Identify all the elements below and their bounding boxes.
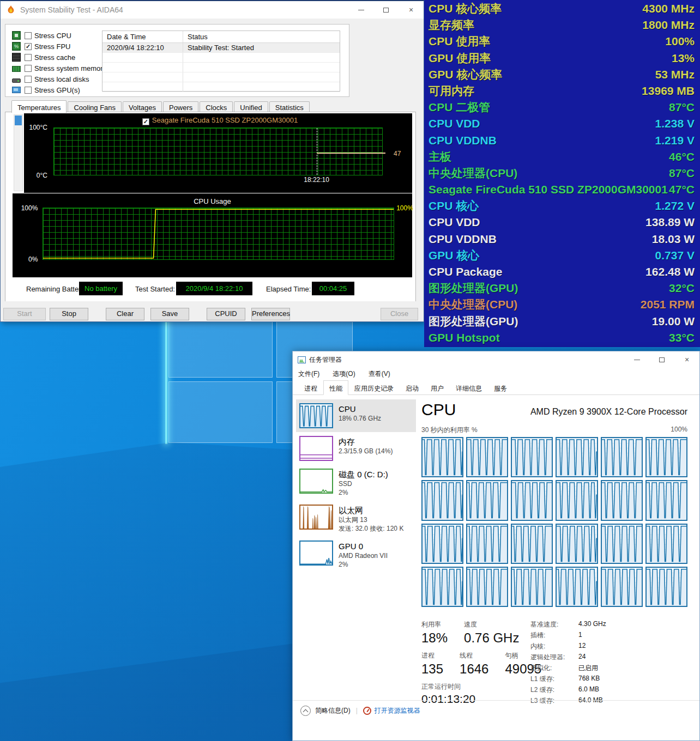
checkbox[interactable] bbox=[25, 76, 32, 83]
core-usage-cell bbox=[645, 480, 687, 520]
cpu-stats-right: 基准速度:4.30 GHz插槽:1内核:12逻辑处理器:24虚拟化:已启用L1 … bbox=[530, 620, 606, 711]
sensor-value: 162.48 W bbox=[645, 266, 695, 277]
log-cell-datetime bbox=[102, 53, 183, 62]
usage-right-label: 100% bbox=[396, 204, 413, 212]
core-usage-cell bbox=[556, 567, 598, 607]
legend-label: Seagate FireCuda 510 SSD ZP2000GM30001 bbox=[152, 116, 298, 124]
stat-label: 利用率 bbox=[421, 620, 448, 629]
sidebar-item-text: 内存2.3/15.9 GB (14%) bbox=[339, 436, 393, 461]
sensor-row: 图形处理器(GPU)32°C bbox=[429, 282, 695, 294]
sensor-label: 主板 bbox=[429, 151, 451, 162]
sidebar-item-mem[interactable]: 内存2.3/15.9 GB (14%) bbox=[296, 432, 416, 465]
checkbox[interactable] bbox=[25, 32, 32, 39]
sensor-row: 主板46°C bbox=[429, 151, 695, 162]
close-icon[interactable]: × bbox=[399, 1, 424, 19]
sensor-label: 显存频率 bbox=[429, 19, 474, 31]
sensor-row: CPU 核心频率4300 MHz bbox=[429, 3, 695, 14]
temp-plot-area: 100°C 0°C 47 18:22:10 bbox=[53, 127, 383, 175]
sidebar-item-gpu[interactable]: GPU 0AMD Radeon VII2% bbox=[296, 537, 416, 573]
resource-monitor-icon[interactable] bbox=[363, 707, 371, 715]
tm-tab-6[interactable]: 服务 bbox=[488, 380, 513, 394]
checkbox[interactable] bbox=[25, 65, 32, 72]
sensor-value: 19.00 W bbox=[652, 315, 695, 327]
minimize-icon[interactable] bbox=[624, 351, 649, 368]
aida64-titlebar: System Stability Test - AIDA64 × bbox=[1, 1, 424, 19]
graph-scrollbar[interactable] bbox=[14, 114, 23, 191]
stress-option-gpu[interactable]: Stress GPU(s) bbox=[12, 84, 106, 95]
gpu-thumbnail-graph bbox=[299, 540, 333, 566]
checkbox[interactable]: ✓ bbox=[25, 43, 32, 50]
scrollbar-thumb[interactable] bbox=[15, 116, 22, 125]
collapse-details-icon[interactable] bbox=[300, 706, 311, 716]
sensor-row: CPU VDD1.238 V bbox=[429, 118, 695, 129]
window-title: System Stability Test - AIDA64 bbox=[20, 5, 348, 14]
core-usage-cell bbox=[601, 437, 643, 477]
stat-label: 逻辑处理器: bbox=[530, 653, 578, 664]
summary-toggle[interactable]: 简略信息(D) bbox=[315, 706, 351, 715]
tm-tab-2[interactable]: 应用历史记录 bbox=[348, 380, 400, 394]
checkbox[interactable] bbox=[25, 87, 32, 94]
sidebar-item-cpu[interactable]: CPU18% 0.76 GHz bbox=[296, 399, 416, 432]
menu-2[interactable]: 查看(V) bbox=[369, 369, 390, 379]
stat-row-3: 逻辑处理器:24 bbox=[530, 653, 606, 664]
tm-tab-5[interactable]: 详细信息 bbox=[450, 380, 488, 394]
preferences-button[interactable]: Preferences bbox=[251, 308, 290, 320]
stress-option-memory[interactable]: Stress system memory bbox=[12, 63, 106, 74]
tm-tab-4[interactable]: 用户 bbox=[425, 380, 450, 394]
core-usage-cell bbox=[601, 524, 643, 564]
clear-button[interactable]: Clear bbox=[106, 308, 144, 320]
stop-button[interactable]: Stop bbox=[50, 308, 88, 320]
processor-name: AMD Ryzen 9 3900X 12-Core Processor bbox=[530, 407, 687, 419]
log-cell-status bbox=[183, 53, 188, 62]
sensor-row: 中央处理器(CPU)2051 RPM bbox=[429, 299, 695, 310]
stat-label: L1 缓存: bbox=[530, 675, 578, 685]
stress-option-label: Stress FPU bbox=[34, 42, 70, 51]
log-cell-status bbox=[183, 82, 188, 92]
maximize-icon[interactable] bbox=[649, 351, 674, 368]
maximize-icon[interactable] bbox=[373, 1, 399, 19]
task-manager-icon bbox=[298, 356, 306, 363]
sensor-label: CPU 二极管 bbox=[429, 101, 490, 113]
tab-temperatures[interactable]: Temperatures bbox=[11, 100, 67, 113]
resource-monitor-link[interactable]: 打开资源监视器 bbox=[375, 706, 420, 715]
stat-label: 虚拟化: bbox=[530, 664, 578, 675]
sensor-label: 可用内存 bbox=[429, 85, 474, 96]
tm-tab-0[interactable]: 进程 bbox=[298, 380, 323, 394]
minimize-icon[interactable] bbox=[348, 1, 373, 19]
memory-icon bbox=[12, 66, 21, 72]
temperature-chart: ✓Seagate FireCuda 510 SSD ZP2000GM30001 … bbox=[24, 113, 412, 193]
log-row[interactable]: 2020/9/4 18:22:10Stability Test: Started bbox=[102, 43, 340, 53]
sidebar-item-eth[interactable]: 以太网以太网 13发送: 32.0 接收: 120 K bbox=[296, 501, 416, 537]
core-usage-cell bbox=[601, 480, 643, 520]
sensor-label: CPU VDDNB bbox=[429, 233, 497, 245]
stat-速度: 速度0.76 GHz bbox=[464, 620, 519, 646]
sensor-value: 32°C bbox=[669, 282, 695, 294]
menu-1[interactable]: 选项(O) bbox=[333, 369, 355, 379]
legend-checkbox[interactable]: ✓ bbox=[142, 118, 149, 125]
cpuid-button[interactable]: CPUID bbox=[207, 308, 245, 320]
log-cell-status bbox=[183, 63, 188, 72]
tm-tab-3[interactable]: 启动 bbox=[400, 380, 425, 394]
sensor-row: CPU 二极管87°C bbox=[429, 101, 695, 113]
sidebar-item-disk[interactable]: 磁盘 0 (C: D:)SSD2% bbox=[296, 465, 416, 501]
usage-line-series bbox=[43, 208, 394, 259]
sidebar-item-text: 磁盘 0 (C: D:)SSD2% bbox=[339, 469, 388, 497]
axis-label: 30 秒内的利用率 % bbox=[421, 426, 478, 435]
stress-option-cache[interactable]: Stress cache bbox=[12, 52, 106, 63]
stats-row: 利用率18%速度0.76 GHz bbox=[421, 620, 530, 646]
log-row-empty bbox=[102, 82, 340, 92]
sensor-label: GPU 核心频率 bbox=[429, 69, 502, 80]
save-button[interactable]: Save bbox=[150, 308, 189, 320]
log-col-datetime: Date & Time bbox=[102, 31, 183, 42]
sensor-row: CPU Package162.48 W bbox=[429, 266, 695, 277]
stress-option-disk[interactable]: Stress local disks bbox=[12, 74, 106, 84]
close-icon[interactable]: × bbox=[674, 351, 699, 368]
tm-tab-1[interactable]: 性能 bbox=[323, 380, 348, 395]
stat-value: 768 KB bbox=[578, 675, 600, 685]
stress-option-cpu[interactable]: Stress CPU bbox=[12, 30, 106, 41]
sidebar-item-title: 内存 bbox=[339, 436, 393, 447]
per-core-usage-grid bbox=[421, 437, 687, 607]
stress-option-fpu[interactable]: ✓Stress FPU bbox=[12, 41, 106, 52]
menu-0[interactable]: 文件(F) bbox=[298, 369, 319, 379]
checkbox[interactable] bbox=[25, 54, 32, 61]
